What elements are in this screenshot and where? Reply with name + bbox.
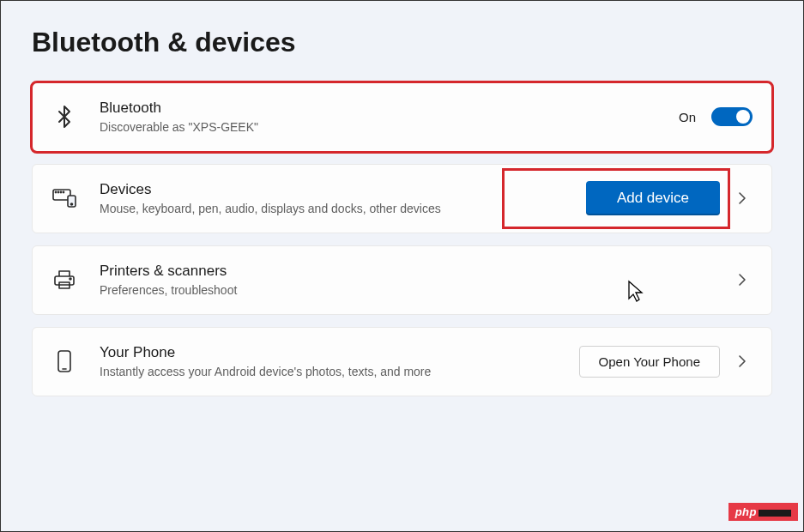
printers-card[interactable]: Printers & scanners Preferences, trouble… (32, 245, 772, 315)
chevron-right-icon (732, 269, 753, 290)
chevron-right-icon (732, 188, 753, 209)
bluetooth-control: On (679, 107, 753, 126)
watermark: php (728, 503, 798, 521)
devices-icon (51, 185, 77, 211)
devices-subtitle: Mouse, keyboard, pen, audio, displays an… (100, 201, 494, 217)
bluetooth-card[interactable]: Bluetooth Discoverable as "XPS-GEEK" On (32, 82, 772, 152)
settings-page: Bluetooth & devices Bluetooth Discoverab… (1, 1, 803, 396)
svg-point-9 (70, 278, 71, 280)
page-title: Bluetooth & devices (32, 27, 772, 58)
svg-point-3 (60, 192, 61, 193)
add-device-button[interactable]: Add device (586, 181, 720, 215)
chevron-right-icon (732, 351, 753, 372)
devices-title: Devices (100, 180, 586, 199)
open-your-phone-button[interactable]: Open Your Phone (579, 346, 720, 378)
bluetooth-text: Bluetooth Discoverable as "XPS-GEEK" (100, 99, 679, 136)
bluetooth-title: Bluetooth (100, 99, 679, 118)
your-phone-subtitle: Instantly access your Android device's p… (100, 364, 494, 380)
printers-title: Printers & scanners (100, 262, 720, 281)
svg-point-2 (57, 192, 58, 193)
devices-card[interactable]: Devices Mouse, keyboard, pen, audio, dis… (32, 164, 772, 233)
bluetooth-subtitle: Discoverable as "XPS-GEEK" (100, 119, 494, 136)
svg-point-6 (71, 203, 73, 205)
bluetooth-icon (51, 104, 77, 130)
devices-text: Devices Mouse, keyboard, pen, audio, dis… (100, 180, 586, 217)
printer-icon (51, 267, 77, 293)
svg-point-1 (55, 192, 56, 193)
svg-point-4 (63, 192, 63, 193)
your-phone-title: Your Phone (100, 343, 579, 362)
bluetooth-toggle[interactable] (711, 107, 753, 126)
printers-subtitle: Preferences, troubleshoot (100, 282, 494, 299)
your-phone-card[interactable]: Your Phone Instantly access your Android… (32, 327, 772, 396)
your-phone-text: Your Phone Instantly access your Android… (100, 343, 579, 380)
printers-text: Printers & scanners Preferences, trouble… (100, 262, 720, 299)
bluetooth-toggle-label: On (679, 110, 696, 124)
phone-icon (51, 348, 77, 374)
